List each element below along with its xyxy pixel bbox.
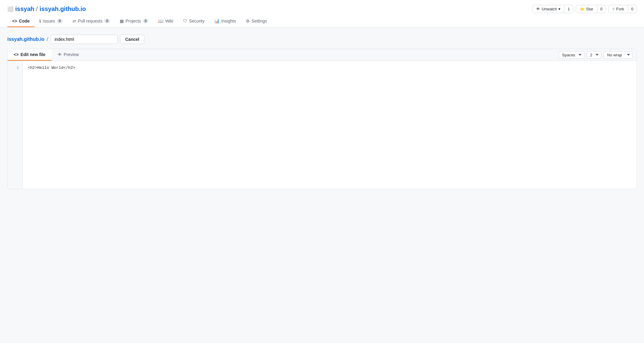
star-label: Star	[586, 7, 593, 11]
line-number-1: 1	[8, 65, 23, 71]
tab-insights[interactable]: 📊 Insights	[209, 16, 241, 27]
repo-title: ⬜ issyah / issyah.github.io	[7, 5, 86, 12]
repo-name-link[interactable]: issyah.github.io	[40, 5, 86, 12]
editor-toolbar: <> Edit new file 👁 Preview Spaces Tabs 2…	[8, 49, 636, 61]
unwatch-count[interactable]: 1	[564, 5, 573, 13]
preview-tab-label: Preview	[64, 52, 79, 57]
tab-projects-label: Projects	[126, 19, 141, 23]
fork-icon: ⑂	[612, 7, 615, 11]
spaces-select[interactable]: Spaces Tabs	[559, 51, 584, 59]
tab-pr-label: Pull requests	[78, 19, 103, 23]
eye-icon: 👁	[536, 7, 540, 11]
filename-input[interactable]	[51, 35, 118, 44]
code-editor[interactable]	[23, 61, 636, 189]
indent-select[interactable]: 2 4 8	[587, 51, 601, 59]
repo-icon: ⬜	[7, 6, 13, 12]
tab-wiki[interactable]: 📖 Wiki	[153, 16, 178, 27]
line-numbers: 1	[8, 61, 23, 189]
tab-insights-label: Insights	[221, 19, 236, 23]
tab-security[interactable]: 🛡 Security	[178, 16, 210, 27]
star-group: ⭐ Star 0	[576, 5, 606, 13]
fork-label: Fork	[616, 7, 624, 11]
file-repo-link[interactable]: issyah.github.io	[7, 37, 44, 42]
tab-code[interactable]: <> Code	[7, 16, 34, 27]
repo-header: ⬜ issyah / issyah.github.io 👁 Unwatch ▾ …	[7, 0, 637, 13]
editor-controls: Spaces Tabs 2 4 8 No wrap Soft wrap	[555, 49, 636, 61]
fork-count[interactable]: 0	[628, 5, 636, 13]
editor-tab-edit[interactable]: <> Edit new file	[8, 49, 51, 61]
wiki-icon: 📖	[158, 19, 163, 23]
wrap-select[interactable]: No wrap Soft wrap	[604, 51, 633, 59]
pr-icon: ⇄	[73, 19, 76, 23]
file-path-bar: issyah.github.io / Cancel	[7, 35, 637, 44]
repo-separator: /	[36, 5, 38, 12]
cancel-button[interactable]: Cancel	[120, 35, 144, 44]
fork-button[interactable]: ⑂ Fork	[609, 5, 628, 13]
fork-group: ⑂ Fork 0	[608, 5, 637, 13]
repo-owner-link[interactable]: issyah	[15, 5, 34, 12]
unwatch-group: 👁 Unwatch ▾ 1	[532, 5, 573, 13]
content-area: issyah.github.io / Cancel <> Edit new fi…	[0, 27, 644, 334]
edit-tab-label: Edit new file	[20, 52, 45, 57]
shield-icon: 🛡	[183, 19, 187, 23]
editor-tab-preview[interactable]: 👁 Preview	[51, 49, 85, 61]
tab-projects[interactable]: ▦ Projects 0	[115, 16, 153, 27]
header-actions: 👁 Unwatch ▾ 1 ⭐ Star 0 ⑂ Fork	[532, 5, 637, 13]
gear-icon: ⚙	[246, 19, 250, 23]
tab-security-label: Security	[189, 19, 205, 23]
tab-issues-label: Issues	[43, 19, 55, 23]
tab-code-label: Code	[19, 19, 30, 23]
editor-tabs: <> Edit new file 👁 Preview	[8, 49, 85, 61]
editor-body: 1	[8, 61, 636, 189]
issues-icon: ℹ	[39, 19, 41, 23]
file-path-separator: /	[47, 37, 48, 42]
projects-badge: 0	[143, 19, 149, 23]
insights-icon: 📊	[214, 19, 219, 23]
edit-code-icon: <>	[14, 52, 19, 57]
tab-issues[interactable]: ℹ Issues 0	[34, 16, 67, 27]
star-count[interactable]: 0	[597, 5, 606, 13]
projects-icon: ▦	[120, 19, 124, 23]
unwatch-label: Unwatch	[542, 7, 557, 11]
issues-badge: 0	[57, 19, 63, 23]
tab-wiki-label: Wiki	[165, 19, 173, 23]
tab-pull-requests[interactable]: ⇄ Pull requests 0	[68, 16, 115, 27]
eye-preview-icon: 👁	[58, 52, 62, 57]
code-icon: <>	[12, 19, 17, 23]
unwatch-button[interactable]: 👁 Unwatch ▾	[533, 5, 564, 13]
pr-badge: 0	[104, 19, 110, 23]
editor-container: <> Edit new file 👁 Preview Spaces Tabs 2…	[7, 49, 637, 189]
star-icon: ⭐	[580, 7, 585, 11]
chevron-down-icon: ▾	[558, 7, 561, 11]
top-bar: ⬜ issyah / issyah.github.io 👁 Unwatch ▾ …	[0, 0, 644, 27]
star-button[interactable]: ⭐ Star	[576, 5, 597, 13]
tab-settings-label: Settings	[252, 19, 267, 23]
nav-tabs: <> Code ℹ Issues 0 ⇄ Pull requests 0 ▦ P…	[7, 16, 637, 27]
tab-settings[interactable]: ⚙ Settings	[241, 16, 272, 27]
